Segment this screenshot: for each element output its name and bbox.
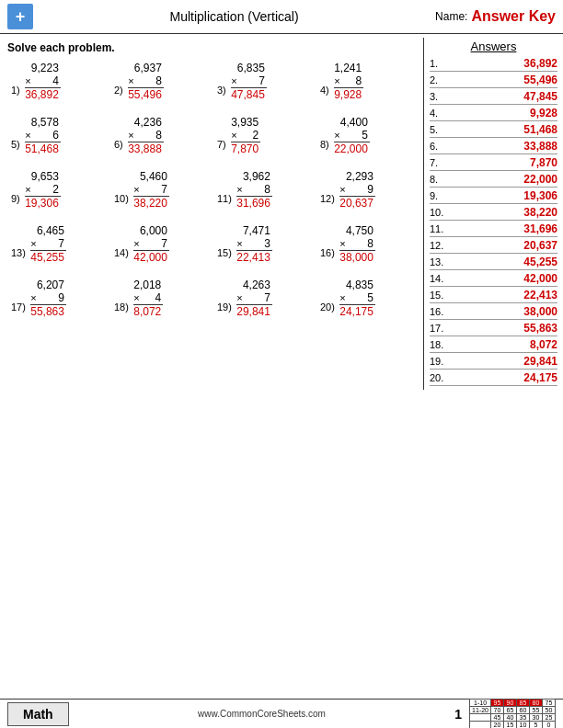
- header: + Multiplication (Vertical) Name: Answer…: [0, 0, 563, 34]
- problem-inner: 2,293 × 9 20,637: [339, 170, 375, 210]
- answer-item: 8. 22,000: [430, 173, 557, 188]
- footer: Math www.CommonCoreSheets.com 1 1-10 95 …: [0, 699, 563, 728]
- problem-item: 7) 3,935 × 2 7,870: [213, 114, 313, 157]
- answer-number: 6.: [430, 141, 446, 152]
- answer-item: 3. 47,845: [430, 90, 557, 105]
- answer-value: 47,845: [523, 90, 557, 103]
- times-sign: ×: [339, 292, 345, 303]
- answer-number: 3.: [430, 91, 446, 102]
- multiplier: 5: [342, 129, 368, 142]
- product: 45,255: [30, 251, 66, 264]
- times-sign: ×: [25, 130, 30, 141]
- problem-item: 20) 4,835 × 5 24,175: [316, 277, 416, 320]
- multiplicand: 6,465: [30, 224, 66, 237]
- answer-item: 20. 24,175: [430, 371, 557, 386]
- grid-cell: 20: [491, 722, 504, 729]
- product: 42,000: [133, 251, 169, 264]
- product: 7,870: [231, 142, 260, 155]
- problem-number: 1): [11, 85, 20, 96]
- answer-number: 9.: [430, 190, 446, 201]
- problem-item: 5) 8,578 × 6 51,468: [7, 114, 107, 157]
- multiplier-row: × 4: [133, 291, 163, 305]
- answer-panel: Answers 1. 36,892 2. 55,496 3. 47,845 4.…: [423, 38, 563, 390]
- answer-number: 5.: [430, 124, 446, 135]
- times-sign: ×: [128, 130, 133, 141]
- multiplicand: 6,000: [133, 224, 169, 237]
- grid-cell: 65: [504, 707, 517, 714]
- problem-item: 14) 6,000 × 7 42,000: [110, 222, 210, 266]
- footer-math-label: Math: [7, 702, 69, 726]
- problem-number: 12): [320, 193, 335, 204]
- answer-value: 42,000: [523, 272, 557, 285]
- multiplier: 7: [39, 237, 64, 250]
- problem-item: 13) 6,465 × 7 45,255: [7, 222, 107, 266]
- product: 55,863: [30, 305, 66, 318]
- times-sign: ×: [133, 238, 139, 249]
- grid-cell: 30: [530, 714, 543, 722]
- times-sign: ×: [25, 184, 30, 195]
- answer-value: 22,000: [523, 173, 557, 186]
- multiplicand: 4,835: [339, 279, 375, 291]
- problem-inner: 9,223 × 4 36,892: [25, 62, 61, 101]
- multiplier: 9: [39, 291, 64, 304]
- problem-inner: 8,578 × 6 51,468: [25, 116, 61, 155]
- problem-number: 5): [11, 139, 20, 150]
- problem-number: 4): [320, 85, 329, 96]
- problem-number: 17): [11, 301, 26, 313]
- problem-inner: 2,018 × 4 8,072: [133, 279, 163, 318]
- problem-inner: 9,653 × 2 19,306: [25, 170, 61, 210]
- multiplicand: 9,223: [25, 62, 61, 74]
- multiplicand: 6,207: [30, 279, 66, 291]
- answer-value: 33,888: [523, 140, 557, 153]
- answer-number: 12.: [430, 240, 446, 251]
- multiplier-row: × 6: [25, 129, 61, 142]
- grid-cell: 70: [491, 707, 504, 714]
- times-sign: ×: [236, 292, 242, 303]
- answer-value: 24,175: [523, 371, 557, 384]
- problem-inner: 4,835 × 5 24,175: [339, 279, 375, 318]
- problem-inner: 4,750 × 8 38,000: [339, 224, 375, 264]
- answer-value: 36,892: [523, 57, 557, 70]
- product: 22,000: [334, 142, 370, 155]
- problem-item: 12) 2,293 × 9 20,637: [316, 168, 416, 211]
- answer-item: 16. 38,000: [430, 305, 557, 320]
- footer-score-grid: 1-10 95 90 85 80 75 11-20 70 65 60 55 50…: [469, 699, 556, 728]
- multiplicand: 9,653: [25, 170, 61, 183]
- multiplier: 8: [348, 237, 373, 250]
- product: 31,696: [236, 197, 272, 210]
- problem-item: 15) 7,471 × 3 22,413: [213, 222, 313, 266]
- grid-cell: 75: [543, 700, 556, 707]
- answer-value: 8,072: [530, 338, 557, 351]
- multiplier: 4: [142, 291, 162, 304]
- multiplicand: 4,263: [236, 279, 272, 291]
- problem-number: 2): [114, 85, 123, 96]
- answer-item: 18. 8,072: [430, 338, 557, 353]
- times-sign: ×: [231, 75, 236, 86]
- footer-url: www.CommonCoreSheets.com: [69, 709, 455, 719]
- answer-item: 2. 55,496: [430, 74, 557, 88]
- multiplier-row: × 5: [334, 129, 370, 142]
- answer-number: 4.: [430, 108, 446, 119]
- multiplier-row: × 7: [231, 74, 267, 88]
- answer-item: 10. 38,220: [430, 206, 557, 221]
- problem-item: 4) 1,241 × 8 9,928: [316, 60, 416, 103]
- multiplier-row: × 2: [231, 129, 260, 142]
- answer-item: 11. 31,696: [430, 222, 557, 237]
- problem-inner: 5,460 × 7 38,220: [133, 170, 169, 210]
- times-sign: ×: [334, 130, 339, 141]
- multiplier: 8: [136, 129, 162, 142]
- problem-number: 14): [114, 247, 129, 258]
- multiplicand: 4,400: [334, 116, 370, 129]
- grid-cell: 1-10: [470, 700, 491, 707]
- problem-inner: 3,962 × 8 31,696: [236, 170, 272, 210]
- grid-cell: 50: [543, 707, 556, 714]
- answer-number: 19.: [430, 356, 446, 367]
- problem-number: 13): [11, 247, 26, 258]
- grid-cell: 45: [491, 714, 504, 722]
- problem-inner: 1,241 × 8 9,928: [334, 62, 363, 101]
- problem-item: 9) 9,653 × 2 19,306: [7, 168, 107, 211]
- times-sign: ×: [25, 75, 30, 86]
- problems-area: Solve each problem. 1) 9,223 × 4 36,892 …: [0, 38, 423, 390]
- grid-cell: 15: [504, 722, 517, 729]
- product: 47,845: [231, 88, 267, 101]
